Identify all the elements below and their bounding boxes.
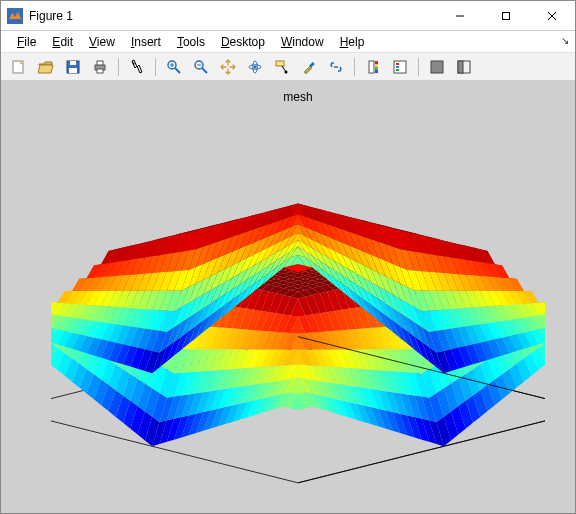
svg-rect-8	[69, 68, 77, 73]
open-file-icon	[38, 59, 54, 75]
svg-point-22	[254, 65, 257, 68]
menu-tools[interactable]: Tools	[169, 33, 213, 51]
pan-button[interactable]	[216, 56, 240, 78]
insert-legend-button[interactable]	[388, 56, 412, 78]
svg-rect-11	[97, 69, 103, 73]
zoom-in-icon	[166, 59, 182, 75]
insert-colorbar-button[interactable]	[361, 56, 385, 78]
svg-line-14	[175, 68, 180, 73]
edit-plot-icon	[129, 59, 145, 75]
svg-rect-31	[375, 70, 378, 73]
menu-edit[interactable]: Edit	[44, 33, 81, 51]
print-figure-icon	[92, 59, 108, 75]
svg-rect-27	[369, 61, 374, 73]
svg-rect-30	[375, 67, 378, 70]
minimize-button[interactable]	[437, 1, 483, 31]
rotate-3d-button[interactable]	[243, 56, 267, 78]
zoom-in-button[interactable]	[162, 56, 186, 78]
svg-rect-10	[97, 61, 103, 65]
titlebar: Figure 1	[1, 1, 575, 31]
window-title: Figure 1	[29, 9, 73, 23]
dock-figure-icon	[456, 59, 472, 75]
menu-window[interactable]: Window	[273, 33, 332, 51]
pan-icon	[220, 59, 236, 75]
data-cursor-icon	[274, 59, 290, 75]
menu-desktop[interactable]: Desktop	[213, 33, 273, 51]
new-figure-button[interactable]	[7, 56, 31, 78]
link-button[interactable]	[324, 56, 348, 78]
svg-rect-28	[375, 61, 378, 64]
zoom-out-button[interactable]	[189, 56, 213, 78]
toolbar	[1, 53, 575, 81]
menubar: FileEditViewInsertToolsDesktopWindowHelp…	[1, 31, 575, 53]
svg-rect-36	[431, 61, 443, 73]
rotate-3d-icon	[247, 59, 263, 75]
plot-surface: -1-0.8-0.6-0.4-0.20-505-505f-axisx1-axis…	[51, 96, 545, 498]
save-figure-button[interactable]	[61, 56, 85, 78]
app-icon	[7, 8, 23, 24]
figure-area: mesh -1-0.8-0.6-0.4-0.20-505-505f-axisx1…	[1, 81, 575, 513]
data-cursor-button[interactable]	[270, 56, 294, 78]
axes[interactable]: mesh -1-0.8-0.6-0.4-0.20-505-505f-axisx1…	[51, 96, 545, 498]
dock-figure-button[interactable]	[452, 56, 476, 78]
svg-rect-38	[458, 61, 463, 73]
hide-tools-button[interactable]	[425, 56, 449, 78]
menu-view[interactable]: View	[81, 33, 123, 51]
svg-rect-2	[503, 12, 510, 19]
menu-help[interactable]: Help	[332, 33, 373, 51]
maximize-button[interactable]	[483, 1, 529, 31]
svg-rect-29	[375, 64, 378, 67]
svg-line-18	[202, 68, 207, 73]
zoom-out-icon	[193, 59, 209, 75]
menu-file[interactable]: File	[9, 33, 44, 51]
svg-rect-23	[276, 61, 284, 66]
print-figure-button[interactable]	[88, 56, 112, 78]
brush-icon	[301, 59, 317, 75]
insert-colorbar-icon	[365, 59, 381, 75]
dock-menu-icon[interactable]: ↘	[561, 35, 569, 46]
hide-tools-icon	[429, 59, 445, 75]
svg-rect-0	[7, 8, 23, 24]
save-figure-icon	[65, 59, 81, 75]
svg-rect-32	[394, 61, 406, 73]
link-icon	[328, 59, 344, 75]
svg-rect-7	[70, 61, 76, 65]
close-button[interactable]	[529, 1, 575, 31]
insert-legend-icon	[392, 59, 408, 75]
edit-plot-button[interactable]	[125, 56, 149, 78]
brush-button[interactable]	[297, 56, 321, 78]
menu-insert[interactable]: Insert	[123, 33, 169, 51]
open-file-button[interactable]	[34, 56, 58, 78]
svg-point-25	[285, 70, 288, 73]
new-figure-icon	[11, 59, 27, 75]
